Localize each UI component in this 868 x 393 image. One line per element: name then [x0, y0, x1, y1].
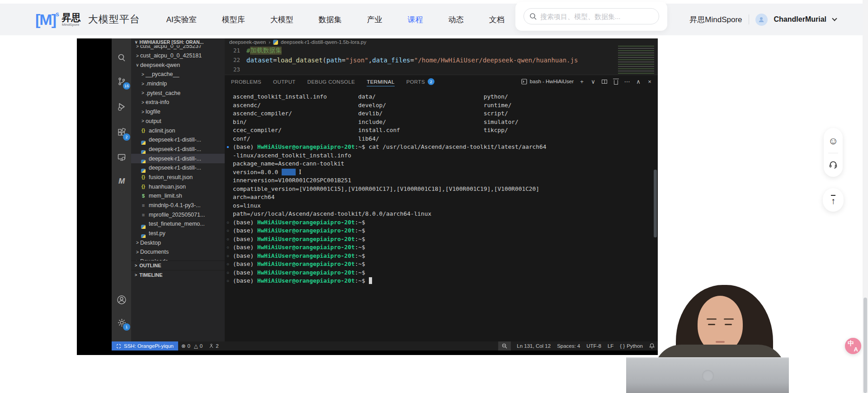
panel-tab-ports[interactable]: PORTS2 [406, 75, 434, 88]
search-activity-icon[interactable] [116, 52, 127, 64]
terminal-line: ●(base) HwHiAiUser@orangepiaipro-20t:~$ … [225, 143, 658, 152]
terminal-line: package_name=Ascend-cann-toolkit [225, 160, 658, 168]
search-input[interactable] [540, 13, 644, 20]
account-icon[interactable] [116, 294, 127, 306]
nav-item-4[interactable]: 产业 [367, 14, 382, 25]
launch-profile-chevron-icon[interactable]: ∨ [590, 78, 597, 85]
panel-tab-debug-console[interactable]: DEBUG CONSOLE [307, 75, 355, 88]
page-scrollbar-thumb[interactable] [863, 298, 867, 393]
explorer-item[interactable]: >__pycache__ [131, 70, 225, 79]
split-terminal-icon[interactable] [601, 78, 608, 85]
explorer-item-label: deepseek-r1-distill-... [149, 156, 201, 162]
explorer-item[interactable]: >extra-info [131, 98, 225, 107]
mindspore-extension-icon[interactable]: M [116, 175, 127, 187]
breadcrumb-folder[interactable]: deepseek-qwen [229, 39, 266, 45]
errors-count: 0 [188, 343, 190, 349]
editor-minimap[interactable] [618, 46, 654, 74]
explorer-item[interactable]: ∨deepseek-qwen [131, 60, 225, 70]
terminal-scrollbar[interactable] [654, 170, 657, 237]
explorer-item[interactable]: >cust_aicpu_0_0_425181 [131, 51, 225, 61]
code-editor[interactable]: 21# 加载数据集22dataset = load_dataset(path="… [225, 46, 658, 75]
breadcrumb-file[interactable]: deepseek-r1-distill-qwen-1.5b-lora.py [281, 39, 366, 45]
support-headset-icon[interactable] [829, 160, 838, 169]
explorer-item[interactable]: >Documents [131, 247, 225, 257]
timeline-section[interactable]: > TIMELINE [131, 270, 225, 279]
close-panel-icon[interactable]: × [646, 78, 653, 85]
back-to-top-button[interactable]: ↑ [823, 188, 844, 212]
terminal-instance-title[interactable]: bash - HwHiAiUser [521, 79, 574, 85]
eol-sequence[interactable]: LF [604, 343, 617, 349]
nav-item-6[interactable]: 动态 [448, 14, 464, 25]
explorer-item[interactable]: >.mindnlp [131, 79, 225, 89]
remote-indicator[interactable]: SSH: OrangePi-yiqun [112, 341, 178, 350]
chevron-collapsed-icon: > [135, 263, 137, 268]
maximize-panel-icon[interactable]: ∧ [635, 78, 642, 85]
remote-explorer-icon[interactable] [116, 152, 127, 163]
cursor-position[interactable]: Ln 131, Col 12 [514, 343, 554, 349]
terminal-text [282, 169, 296, 175]
explorer-item-label: test_finetune_memo... [149, 221, 205, 227]
terminal-text: ascendc/ develop/ runtime/ [233, 102, 511, 109]
nav-item-5[interactable]: 课程 [408, 14, 423, 25]
username[interactable]: ChandlerMurial [774, 15, 826, 24]
course-video-frame[interactable]: 16 2 M 1 ∨ HWHIAIUSER [SSH: ORAN... >cus… [77, 38, 658, 355]
new-terminal-icon[interactable]: + [578, 78, 585, 85]
source-control-icon[interactable]: 16 [116, 76, 127, 87]
feedback-smiley-icon[interactable]: ☺ [828, 136, 838, 146]
translate-badge[interactable]: 中 A [845, 338, 861, 354]
explorer-item[interactable]: ≡mindnlp-0.4.1-py3-... [131, 201, 225, 210]
terminal-line: ○(base) HwHiAiUser@orangepiaipro-20t:~$ [225, 277, 658, 285]
outline-section[interactable]: > OUTLINE [131, 260, 225, 270]
explorer-item[interactable]: $mem_limit.sh [131, 191, 225, 201]
explorer-item[interactable]: deepseek-r1-distill-... [131, 163, 225, 173]
encoding[interactable]: UTF-8 [583, 343, 604, 349]
panel-tab-output[interactable]: OUTPUT [273, 75, 296, 88]
explorer-item[interactable]: deepseek-r1-distill-... [131, 154, 225, 163]
terminal-output[interactable]: ascend_toolkit_install.info data/ python… [225, 88, 658, 341]
nav-item-2[interactable]: 大模型 [270, 14, 293, 25]
explorer-item[interactable]: test_finetune_memo... [131, 219, 225, 229]
folder-chevron-icon: > [140, 109, 146, 114]
more-actions-icon[interactable]: ⋯ [623, 78, 631, 85]
org-link[interactable]: 昇思MindSpore [689, 14, 742, 25]
ports-status[interactable]: 2 [206, 343, 222, 349]
indentation[interactable]: Spaces: 4 [554, 343, 583, 349]
explorer-item[interactable]: ≡mprofile_202505071... [131, 210, 225, 219]
explorer-item[interactable]: {}fusion_result.json [131, 173, 225, 182]
terminal-line: ascend_toolkit_install.info data/ python… [225, 93, 658, 101]
laptop-logo [702, 370, 714, 382]
explorer-item-label: .pytest_cache [146, 90, 180, 96]
zoom-indicator[interactable] [498, 341, 511, 350]
explorer-item[interactable]: >logfile [131, 107, 225, 117]
explorer-item[interactable]: >output [131, 117, 225, 126]
explorer-workspace-header[interactable]: ∨ HWHIAIUSER [SSH: ORAN... [131, 38, 225, 45]
panel-tab-problems[interactable]: PROBLEMS [231, 75, 261, 88]
explorer-item[interactable]: deepseek-r1-distill-... [131, 145, 225, 154]
breadcrumb[interactable]: deepseek-qwen › deepseek-r1-distill-qwen… [225, 38, 658, 46]
nav-item-1[interactable]: 模型库 [222, 14, 245, 25]
kill-terminal-icon[interactable] [612, 78, 619, 85]
nav-item-3[interactable]: 数据集 [319, 14, 342, 25]
explorer-item[interactable]: >.pytest_cache [131, 88, 225, 98]
explorer-item[interactable]: test.py [131, 229, 225, 238]
code-token: "/home/HwHiAiUser/deepseek-qwen/huanhuan… [414, 57, 578, 64]
problems-status[interactable]: ⊗0 △0 [178, 343, 206, 349]
mindspore-logo[interactable]: [M]s 昇思 MindSpore 大模型平台 [35, 11, 140, 28]
extensions-icon[interactable]: 2 [116, 127, 127, 138]
nav-item-7[interactable]: 文档 [489, 14, 505, 25]
settings-gear-icon[interactable]: 1 [116, 317, 127, 328]
explorer-item[interactable]: {}huanhuan.json [131, 182, 225, 191]
explorer-item[interactable]: deepseek-r1-distill-... [131, 135, 225, 145]
terminal-text: HwHiAiUser@orangepiaipro-20t [257, 269, 355, 276]
top-navbar: [M]s 昇思 MindSpore 大模型平台 AI实验室模型库大模型数据集产业… [0, 0, 868, 35]
explorer-item[interactable]: {}aclinit.json [131, 126, 225, 135]
run-debug-icon[interactable] [116, 101, 127, 113]
nav-item-0[interactable]: AI实验室 [166, 14, 197, 25]
page-scrollbar[interactable] [863, 0, 868, 393]
search-box[interactable] [524, 8, 659, 24]
panel-tab-terminal[interactable]: TERMINAL [367, 75, 394, 88]
explorer-item[interactable]: >Desktop [131, 238, 225, 247]
terminal-text: (base) [233, 244, 257, 251]
user-avatar[interactable] [755, 14, 768, 26]
chevron-down-icon[interactable] [832, 16, 837, 21]
